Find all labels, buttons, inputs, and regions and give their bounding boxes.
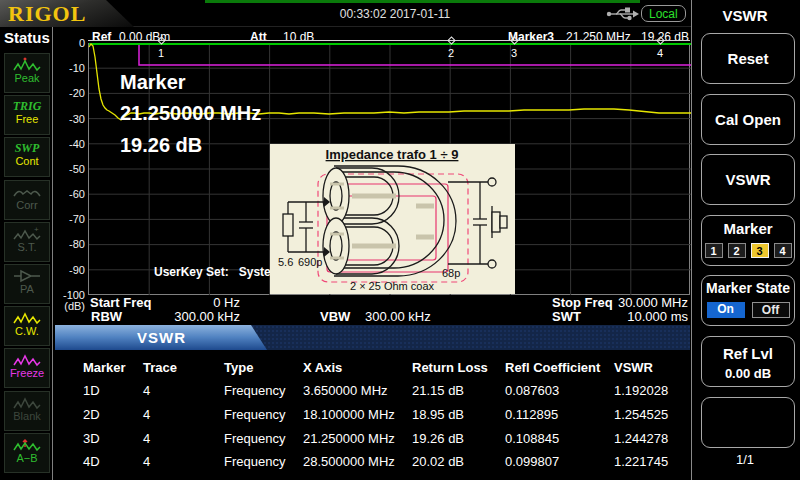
- stop-freq-value: 30.000 MHz: [600, 295, 688, 310]
- marker-readout-freq: 21.250 MHz: [566, 30, 631, 44]
- col-header-refl-coefficient: Refl Coefficient: [505, 360, 600, 375]
- table-cell: 1.192028: [614, 383, 668, 398]
- y-tick: -30: [55, 113, 85, 125]
- ab-waveform-icon: [12, 437, 42, 453]
- status-item-label: Freeze: [5, 368, 49, 379]
- status-item-label: SWP: [5, 142, 49, 155]
- table-cell: 2D: [83, 407, 100, 422]
- cap-left-label: 690p: [298, 256, 322, 268]
- empty-button[interactable]: [701, 397, 795, 448]
- right-separator: [691, 0, 692, 480]
- impedance-diagram-overlay: Impedance trafo 1 ÷ 9 5.6 690p 68p 2 × 2…: [270, 144, 515, 294]
- freeze-waveform-icon: [12, 352, 42, 368]
- marker-select-button[interactable]: Marker 1 2 3 4: [701, 215, 795, 266]
- vswr-button[interactable]: VSWR: [701, 154, 795, 205]
- marker-3-number: 3: [504, 47, 524, 59]
- marker-2-number: 2: [441, 47, 461, 59]
- menu-page-indicator: 1/1: [695, 452, 795, 467]
- marker-option-3[interactable]: 3: [751, 243, 769, 258]
- vbw-value: 300.00 kHz: [365, 309, 431, 324]
- y-tick: -80: [55, 238, 85, 250]
- marker-info-level: 19.26 dB: [120, 134, 261, 157]
- clock: 00:33:02 2017-01-11: [280, 7, 510, 21]
- rbw-value: 300.00 kHz: [150, 309, 240, 324]
- marker-option-4[interactable]: 4: [774, 243, 792, 258]
- status-item-label: C.W.: [5, 326, 49, 337]
- status-item-sublabel: Cont: [5, 155, 49, 168]
- ref-level-value: 0.00 dBm: [119, 30, 170, 44]
- status-item-label: Corr: [5, 200, 49, 211]
- table-cell: 0.099807: [505, 454, 559, 469]
- col-header-trace: Trace: [143, 360, 177, 375]
- table-cell: 1.254525: [614, 407, 668, 422]
- status-item-cw: C.W.: [4, 306, 50, 346]
- y-axis-unit: (dB): [55, 300, 85, 312]
- table-cell: 0.112895: [505, 407, 558, 422]
- function-bar: VSWR: [55, 325, 690, 350]
- table-cell: 21.250000 MHz: [303, 431, 395, 446]
- attenuation-value: 10 dB: [283, 30, 314, 44]
- marker-info-title: Marker: [120, 71, 261, 94]
- table-cell: 1D: [83, 383, 100, 398]
- marker-option-2[interactable]: 2: [728, 243, 746, 258]
- ref-lvl-value: 0.00 dB: [702, 366, 794, 381]
- left-separator: [52, 27, 53, 480]
- status-item-label: S.T.: [5, 242, 49, 253]
- marker-4-number: 4: [650, 47, 670, 59]
- pa-amplifier-icon: [12, 268, 42, 284]
- marker-state-on[interactable]: On: [707, 302, 745, 318]
- y-tick: -90: [55, 264, 85, 276]
- marker-info-block: Marker 21.250000 MHz 19.26 dB: [120, 71, 261, 157]
- vbw-label: VBW: [320, 309, 350, 324]
- y-tick: 0: [55, 37, 85, 49]
- table-cell: 3D: [83, 431, 100, 446]
- table-cell: 1.221745: [614, 454, 668, 469]
- marker-option-1[interactable]: 1: [705, 243, 723, 258]
- y-tick: -10: [55, 62, 85, 74]
- diagram-title: Impedance trafo 1 ÷ 9: [326, 147, 459, 162]
- table-cell: Frequency: [224, 454, 285, 469]
- table-cell: 18.95 dB: [412, 407, 464, 422]
- table-cell: 20.02 dB: [412, 454, 464, 469]
- cw-waveform-icon: [12, 310, 42, 326]
- y-tick: -50: [55, 163, 85, 175]
- coax-label: 2 × 25 Ohm coax: [350, 280, 435, 292]
- col-header-type: Type: [224, 360, 253, 375]
- top-green-strip: [205, 0, 640, 3]
- marker-state-label: Marker State: [702, 280, 794, 296]
- marker-state-off[interactable]: Off: [752, 302, 790, 318]
- function-bar-title: VSWR: [137, 329, 186, 346]
- attenuation-label: Att: [250, 30, 267, 44]
- table-cell: Frequency: [224, 431, 285, 446]
- swt-value: 10.000 ms: [600, 309, 688, 324]
- table-cell: 4D: [83, 454, 100, 469]
- col-header-marker: Marker: [83, 360, 126, 375]
- ref-lvl-label: Ref Lvl: [702, 345, 794, 362]
- y-tick: -70: [55, 213, 85, 225]
- start-freq-value: 0 Hz: [150, 295, 240, 310]
- rbw-label: RBW: [91, 309, 122, 324]
- circuit-diagram: Impedance trafo 1 ÷ 9 5.6 690p 68p 2 × 2…: [270, 144, 515, 294]
- table-cell: 4: [143, 383, 150, 398]
- table-cell: 4: [143, 454, 150, 469]
- table-cell: 1.244278: [614, 431, 668, 446]
- trace-magenta: [139, 44, 691, 65]
- table-cell: 0.087603: [505, 383, 559, 398]
- status-item-swp: SWP Cont: [4, 137, 50, 177]
- usb-icon: [605, 6, 639, 21]
- status-item-corr: Corr: [4, 180, 50, 220]
- status-item-label: Peak: [5, 73, 49, 84]
- marker-state-button[interactable]: Marker State On Off: [701, 275, 795, 326]
- marker-readout-level: 19.26 dB: [641, 30, 689, 44]
- status-item-freeze: Freeze: [4, 348, 50, 388]
- y-tick: -60: [55, 188, 85, 200]
- st-waveform-icon: +: [12, 226, 42, 242]
- cal-open-button[interactable]: Cal Open: [701, 94, 795, 145]
- status-item-label: Blank: [5, 411, 49, 422]
- swt-label: SWT: [552, 309, 581, 324]
- table-cell: 4: [143, 407, 150, 422]
- status-item-label: A−B: [5, 453, 49, 464]
- status-item-blank: Blank: [4, 391, 50, 431]
- ref-lvl-button[interactable]: Ref Lvl 0.00 dB: [701, 336, 795, 387]
- reset-button[interactable]: Reset: [701, 33, 795, 84]
